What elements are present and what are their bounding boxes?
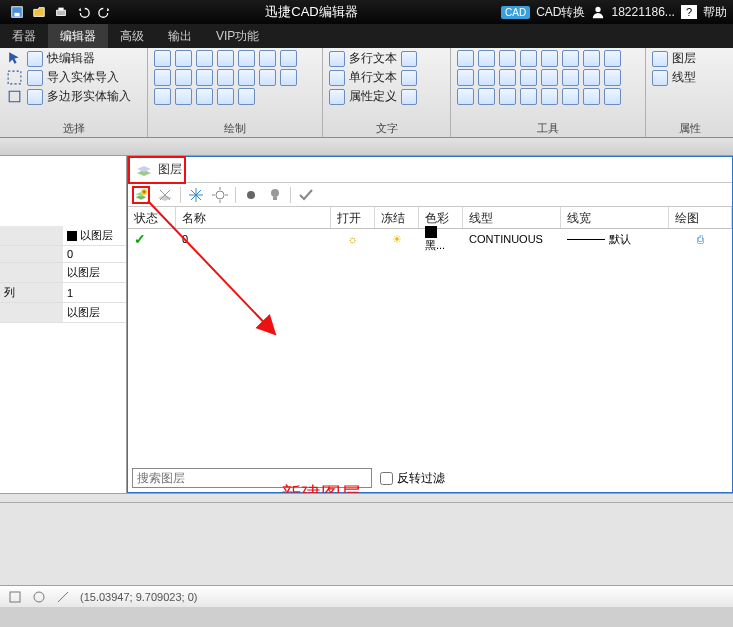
stext-icon[interactable] [329,70,345,86]
t8-icon[interactable] [604,88,621,105]
layer-search-input[interactable] [132,468,372,488]
sun-icon[interactable]: ☀ [392,233,402,245]
col-plot[interactable]: 绘图 [669,207,732,228]
mtext-btn[interactable]: 多行文本 [349,50,397,67]
col-name[interactable]: 名称 [176,207,331,228]
col-freeze[interactable]: 冻结 [375,207,419,228]
tab-viewer[interactable]: 看器 [0,24,48,48]
explode-icon[interactable] [604,69,621,86]
break-icon[interactable] [499,69,516,86]
extend-icon[interactable] [478,69,495,86]
linetype-btn[interactable]: 线型 [672,69,696,86]
new-layer-button[interactable] [132,186,150,204]
prop-val[interactable]: 0 [63,246,126,263]
t4-icon[interactable] [520,88,537,105]
col-lineweight[interactable]: 线宽 [561,207,669,228]
bulb-on-icon[interactable]: ☼ [347,233,357,245]
trim-icon[interactable] [457,69,474,86]
mirror-icon[interactable] [520,50,537,67]
user-icon[interactable] [591,5,605,19]
rect-icon[interactable] [280,50,297,67]
layer-name[interactable]: 0 [176,233,331,245]
qat-save-icon[interactable] [10,5,24,19]
tab-advanced[interactable]: 高级 [108,24,156,48]
linetype-icon[interactable] [652,70,668,86]
cad-convert-link[interactable]: CAD转换 [536,4,585,21]
col-state[interactable]: 状态 [128,207,176,228]
quick-editor-btn[interactable]: 快编辑器 [47,50,95,67]
move-icon[interactable] [457,50,474,67]
tab-editor[interactable]: 编辑器 [48,24,108,48]
t2-icon[interactable] [478,88,495,105]
qat-print-icon[interactable] [54,5,68,19]
cursor-icon[interactable] [6,50,23,67]
chamfer-icon[interactable] [562,69,579,86]
rotate-icon[interactable] [499,50,516,67]
spline-icon[interactable] [196,50,213,67]
stext-btn[interactable]: 单行文本 [349,69,397,86]
polygon-icon[interactable] [217,69,234,86]
circle-icon[interactable] [238,50,255,67]
import-solid-btn[interactable]: 导入实体导入 [47,69,119,86]
tab-output[interactable]: 输出 [156,24,204,48]
t3-icon[interactable] [499,88,516,105]
array-icon[interactable] [562,50,579,67]
help-badge[interactable]: ? [681,5,697,19]
layer-row[interactable]: ✓ 0 ☼ ☀ 黑... CONTINUOUS 默认 ⎙ [128,229,732,249]
invert-filter-checkbox[interactable]: 反转过滤 [380,470,445,487]
prop-val[interactable]: 1 [63,283,126,303]
select-poly-icon[interactable] [6,88,23,105]
polyline-icon[interactable] [175,50,192,67]
linetype-cell[interactable]: CONTINUOUS [463,233,561,245]
col-on[interactable]: 打开 [331,207,375,228]
cloud-icon[interactable] [238,69,255,86]
sb-icon1[interactable] [8,590,22,604]
sb-icon3[interactable] [56,590,70,604]
fillet-icon[interactable] [541,69,558,86]
freeze-icon[interactable] [187,186,205,204]
sb-icon2[interactable] [32,590,46,604]
region-icon[interactable] [280,69,297,86]
prop-val[interactable]: 以图层 [63,303,126,323]
t1-icon[interactable] [457,88,474,105]
prop-val[interactable]: 以图层 [80,229,113,241]
invert-filter-input[interactable] [380,472,393,485]
scale-icon[interactable] [541,50,558,67]
arc-icon[interactable] [217,50,234,67]
quick-editor-icon[interactable] [27,51,43,67]
qat-open-icon[interactable] [32,5,46,19]
copy-icon[interactable] [478,50,495,67]
stext-ext-icon[interactable] [401,70,417,86]
col-linetype[interactable]: 线型 [463,207,561,228]
t6-icon[interactable] [562,88,579,105]
qat-undo-icon[interactable] [76,5,90,19]
poly-input-icon[interactable] [27,89,43,105]
wipeout-icon[interactable] [217,88,234,105]
attrdef-icon[interactable] [329,89,345,105]
apply-icon[interactable] [297,186,315,204]
help-text[interactable]: 帮助 [703,4,727,21]
bulb-icon[interactable] [266,186,284,204]
t7-icon[interactable] [583,88,600,105]
align-icon[interactable] [583,50,600,67]
select-rect-icon[interactable] [6,69,23,86]
poly-input-btn[interactable]: 多边形实体输入 [47,88,131,105]
hatch-icon[interactable] [175,69,192,86]
offset-icon[interactable] [583,69,600,86]
import-solid-icon[interactable] [27,70,43,86]
prop-val[interactable]: 以图层 [63,263,126,283]
mtext-icon[interactable] [329,51,345,67]
table-icon[interactable] [238,88,255,105]
attrdef-btn[interactable]: 属性定义 [349,88,397,105]
join-icon[interactable] [520,69,537,86]
qat-redo-icon[interactable] [98,5,112,19]
color-swatch-icon[interactable] [425,226,437,238]
xline-icon[interactable] [154,88,171,105]
ellipse2-icon[interactable] [196,69,213,86]
point-icon[interactable] [154,69,171,86]
layer-icon[interactable] [652,51,668,67]
t5-icon[interactable] [541,88,558,105]
tab-vip[interactable]: VIP功能 [204,24,271,48]
boundary-icon[interactable] [196,88,213,105]
ring-icon[interactable] [259,69,276,86]
